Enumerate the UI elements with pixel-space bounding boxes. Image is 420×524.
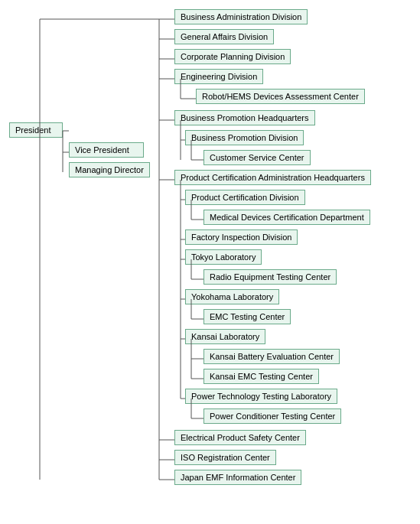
managing-director-label: Managing Director — [75, 165, 144, 174]
president-node: President — [9, 122, 63, 138]
vice-president-node: Vice President — [69, 142, 144, 158]
node-gad: General Affairs Division — [174, 29, 274, 44]
node-cpd: Corporate Planning Division — [174, 49, 291, 64]
node-tl: Tokyo Laboratory — [185, 249, 262, 265]
vice-president-label: Vice President — [75, 145, 129, 155]
node-bad: Business Administration Division — [174, 9, 308, 24]
org-chart: President Vice President Managing Direct… — [6, 6, 419, 524]
node-pcah: Product Certification Administration Hea… — [174, 170, 371, 185]
node-iso: ISO Registration Center — [174, 450, 276, 465]
node-mdcd: Medical Devices Certification Department — [203, 210, 370, 225]
node-pctc: Power Conditioner Testing Center — [203, 408, 341, 424]
node-kemctc: Kansai EMC Testing Center — [203, 369, 319, 384]
node-ed: Engineering Division — [174, 69, 263, 84]
node-rhems: Robot/HEMS Devices Assessment Center — [196, 89, 365, 104]
node-yl: Yokohama Laboratory — [185, 289, 279, 304]
node-retc: Radio Equipment Testing Center — [203, 269, 337, 285]
node-kbec: Kansai Battery Evaluation Center — [203, 349, 340, 364]
president-label: President — [15, 125, 50, 135]
node-epsc: Electrical Product Safety Center — [174, 430, 306, 445]
node-bph: Business Promotion Headquarters — [174, 110, 315, 125]
node-fid: Factory Inspection Division — [185, 229, 298, 245]
node-pttl: Power Technology Testing Laboratory — [185, 389, 337, 404]
node-jemic: Japan EMF Information Center — [174, 470, 301, 485]
managing-director-node: Managing Director — [69, 162, 150, 177]
node-emctc: EMC Testing Center — [203, 309, 291, 324]
node-csc: Customer Service Center — [203, 150, 311, 165]
node-pcd: Product Certification Division — [185, 190, 305, 205]
node-kl: Kansai Laboratory — [185, 329, 265, 344]
node-bpd: Business Promotion Division — [185, 130, 304, 145]
